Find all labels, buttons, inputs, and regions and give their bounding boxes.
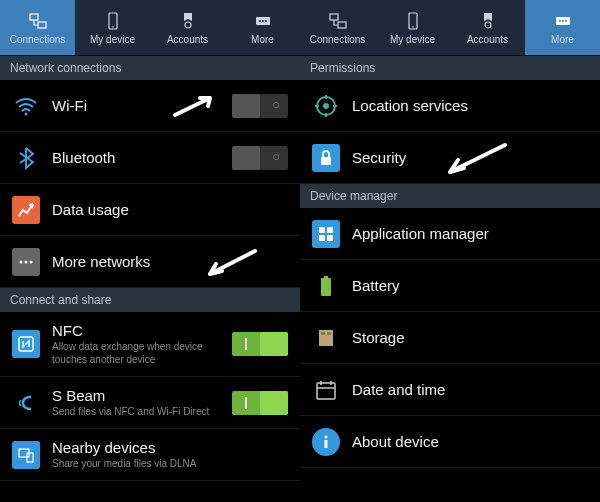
row-title: Nearby devices: [52, 439, 288, 456]
svg-point-11: [25, 260, 28, 263]
svg-rect-32: [321, 278, 331, 296]
row-sbeam[interactable]: S Beam Send files via NFC and Wi-Fi Dire…: [0, 377, 300, 429]
sbeam-icon: [12, 389, 40, 417]
svg-point-8: [265, 20, 267, 22]
wifi-toggle[interactable]: [232, 94, 288, 118]
row-wifi[interactable]: Wi-Fi: [0, 80, 300, 132]
row-title: About device: [352, 433, 588, 450]
row-bluetooth[interactable]: Bluetooth: [0, 132, 300, 184]
svg-point-6: [259, 20, 261, 22]
svg-point-23: [562, 20, 564, 22]
svg-point-22: [559, 20, 561, 22]
row-subtitle: Allow data exchange when device touches …: [52, 340, 232, 366]
section-header-device-manager: Device manager: [300, 184, 600, 208]
more-icon: [553, 11, 573, 31]
svg-rect-1: [38, 22, 46, 28]
accounts-icon: [478, 11, 498, 31]
nfc-toggle[interactable]: [232, 332, 288, 356]
svg-rect-36: [327, 332, 331, 335]
tab-label: Connections: [310, 34, 366, 45]
tab-connections[interactable]: Connections: [300, 0, 375, 55]
tab-my-device[interactable]: My device: [375, 0, 450, 55]
section-header-connect-share: Connect and share: [0, 288, 300, 312]
data-usage-icon: [12, 196, 40, 224]
row-about-device[interactable]: About device: [300, 416, 600, 468]
svg-point-3: [112, 26, 114, 28]
row-more-networks[interactable]: More networks: [0, 236, 300, 288]
device-icon: [403, 11, 423, 31]
row-nfc[interactable]: NFC Allow data exchange when device touc…: [0, 312, 300, 377]
row-data-usage[interactable]: Data usage: [0, 184, 300, 236]
svg-rect-27: [321, 157, 331, 165]
tab-label: Accounts: [167, 34, 208, 45]
security-icon: [312, 144, 340, 172]
svg-rect-17: [338, 22, 346, 28]
row-title: Storage: [352, 329, 588, 346]
row-title: More networks: [52, 253, 288, 270]
more-networks-icon: [12, 248, 40, 276]
nfc-icon: [12, 330, 40, 358]
battery-icon: [312, 272, 340, 300]
section-header-permissions: Permissions: [300, 56, 600, 80]
row-storage[interactable]: Storage: [300, 312, 600, 364]
tab-label: Accounts: [467, 34, 508, 45]
svg-rect-39: [325, 440, 328, 448]
tab-more[interactable]: More: [225, 0, 300, 55]
row-title: Application manager: [352, 225, 588, 242]
svg-point-7: [262, 20, 264, 22]
storage-icon: [312, 324, 340, 352]
tab-connections[interactable]: Connections: [0, 0, 75, 55]
tab-label: More: [551, 34, 574, 45]
sbeam-toggle[interactable]: [232, 391, 288, 415]
location-icon: [312, 92, 340, 120]
bluetooth-toggle[interactable]: [232, 146, 288, 170]
app-manager-icon: [312, 220, 340, 248]
bluetooth-icon: [12, 144, 40, 172]
row-title: Bluetooth: [52, 149, 232, 166]
svg-point-9: [25, 112, 28, 115]
connections-icon: [28, 11, 48, 31]
svg-rect-28: [319, 227, 325, 233]
device-icon: [103, 11, 123, 31]
svg-rect-33: [324, 276, 328, 278]
svg-rect-35: [321, 332, 325, 335]
nearby-devices-icon: [12, 441, 40, 469]
connections-icon: [328, 11, 348, 31]
svg-point-38: [325, 435, 328, 438]
svg-rect-31: [327, 235, 333, 241]
svg-rect-0: [30, 14, 38, 20]
settings-left-pane: Connections My device Accounts More Netw…: [0, 0, 300, 502]
row-title: Wi-Fi: [52, 97, 232, 114]
row-nearby-devices[interactable]: Nearby devices Share your media files vi…: [0, 429, 300, 481]
tab-label: More: [251, 34, 274, 45]
row-security[interactable]: Security: [300, 132, 600, 184]
datetime-icon: [312, 376, 340, 404]
tab-accounts[interactable]: Accounts: [150, 0, 225, 55]
svg-point-20: [485, 22, 491, 28]
row-location-services[interactable]: Location services: [300, 80, 600, 132]
tabbar-right: Connections My device Accounts More: [300, 0, 600, 56]
row-title: S Beam: [52, 387, 232, 404]
svg-point-12: [30, 260, 33, 263]
tab-my-device[interactable]: My device: [75, 0, 150, 55]
tab-more[interactable]: More: [525, 0, 600, 55]
row-battery[interactable]: Battery: [300, 260, 600, 312]
svg-point-4: [185, 22, 191, 28]
svg-rect-29: [327, 227, 333, 233]
tabbar-left: Connections My device Accounts More: [0, 0, 300, 56]
tab-accounts[interactable]: Accounts: [450, 0, 525, 55]
section-header-network: Network connections: [0, 56, 300, 80]
row-title: Battery: [352, 277, 588, 294]
row-subtitle: Send files via NFC and Wi-Fi Direct: [52, 405, 232, 418]
row-title: Security: [352, 149, 588, 166]
tab-label: Connections: [10, 34, 66, 45]
row-date-time[interactable]: Date and time: [300, 364, 600, 416]
row-application-manager[interactable]: Application manager: [300, 208, 600, 260]
row-title: Location services: [352, 97, 588, 114]
tab-label: My device: [90, 34, 135, 45]
wifi-icon: [12, 92, 40, 120]
svg-point-26: [323, 103, 329, 109]
svg-rect-16: [330, 14, 338, 20]
svg-rect-37: [317, 383, 335, 399]
row-subtitle: Share your media files via DLNA: [52, 457, 288, 470]
